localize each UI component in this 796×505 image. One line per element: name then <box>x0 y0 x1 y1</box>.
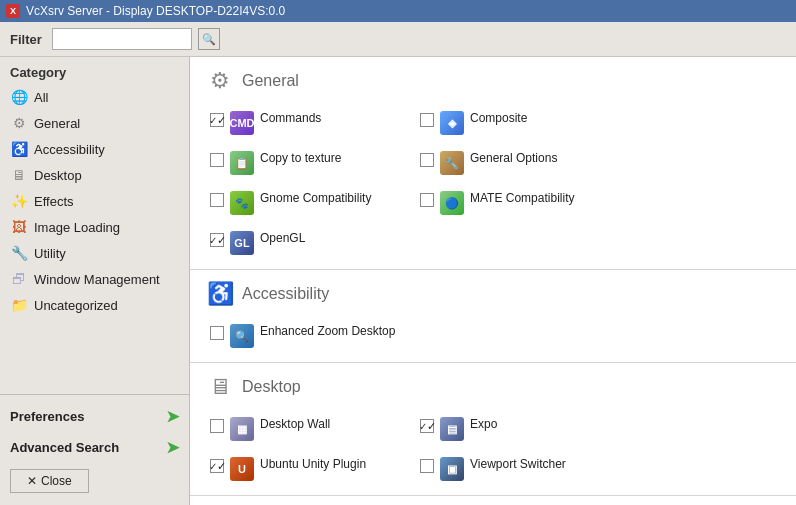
plugin-grid-general: ✓ CMD Commands ◈ Composite 📋 Copy to tex… <box>206 107 780 259</box>
plugin-checkbox-general-options[interactable] <box>420 153 434 167</box>
main-content: ⚙ General ✓ CMD Commands ◈ Composite 📋 C… <box>190 57 796 505</box>
section-header-general: ⚙ General <box>206 67 780 95</box>
plugin-item-copy-to-texture[interactable]: 📋 Copy to texture <box>206 147 416 179</box>
section-header-accessibility: ♿ Accessibility <box>206 280 780 308</box>
sidebar-item-effects[interactable]: ✨ Effects <box>0 188 189 214</box>
close-x-icon: ✕ <box>27 474 37 488</box>
section-accessibility: ♿ Accessibility 🔍 Enhanced Zoom Desktop <box>190 270 796 363</box>
filter-search-button[interactable]: 🔍 <box>198 28 220 50</box>
plugin-item-commands[interactable]: ✓ CMD Commands <box>206 107 416 139</box>
cat-label-accessibility: Accessibility <box>34 142 105 157</box>
cat-label-window-management: Window Management <box>34 272 160 287</box>
preferences-label: Preferences <box>10 409 84 424</box>
plugin-icon-opengl: GL <box>230 231 254 255</box>
title-bar: X VcXsrv Server - Display DESKTOP-D22I4V… <box>0 0 796 22</box>
plugin-item-gnome-compat[interactable]: 🐾 Gnome Compatibility <box>206 187 416 219</box>
plugin-item-enhanced-zoom[interactable]: 🔍 Enhanced Zoom Desktop <box>206 320 416 352</box>
plugin-checkbox-copy-to-texture[interactable] <box>210 153 224 167</box>
section-general: ⚙ General ✓ CMD Commands ◈ Composite 📋 C… <box>190 57 796 270</box>
plugin-icon-expo: ▤ <box>440 417 464 441</box>
plugin-name-copy-to-texture: Copy to texture <box>260 151 341 167</box>
plugin-name-general-options: General Options <box>470 151 557 167</box>
plugin-checkbox-enhanced-zoom[interactable] <box>210 326 224 340</box>
plugin-item-mate-compat[interactable]: 🔵 MATE Compatibility <box>416 187 626 219</box>
plugin-grid-accessibility: 🔍 Enhanced Zoom Desktop <box>206 320 780 352</box>
plugin-icon-general-options: 🔧 <box>440 151 464 175</box>
plugin-checkbox-mate-compat[interactable] <box>420 193 434 207</box>
sidebar-item-image-loading[interactable]: 🖼 Image Loading <box>0 214 189 240</box>
section-header-desktop: 🖥 Desktop <box>206 373 780 401</box>
plugin-grid-desktop: ▦ Desktop Wall ✓ ▤ Expo ✓ U Ubuntu Unity… <box>206 413 780 485</box>
sidebar-item-uncategorized[interactable]: 📁 Uncategorized <box>0 292 189 318</box>
category-list: 🌐 All ⚙ General ♿ Accessibility 🖥 Deskto… <box>0 84 189 394</box>
plugin-checkbox-opengl[interactable]: ✓ <box>210 233 224 247</box>
cat-icon-accessibility: ♿ <box>10 140 28 158</box>
plugin-item-desktop-wall[interactable]: ▦ Desktop Wall <box>206 413 416 445</box>
plugin-name-expo: Expo <box>470 417 497 433</box>
sidebar-item-accessibility[interactable]: ♿ Accessibility <box>0 136 189 162</box>
plugin-item-composite[interactable]: ◈ Composite <box>416 107 626 139</box>
plugin-icon-viewport-switcher: ▣ <box>440 457 464 481</box>
cat-label-effects: Effects <box>34 194 74 209</box>
plugin-icon-copy-to-texture: 📋 <box>230 151 254 175</box>
plugin-checkbox-viewport-switcher[interactable] <box>420 459 434 473</box>
category-label: Category <box>0 57 189 84</box>
plugin-icon-mate-compat: 🔵 <box>440 191 464 215</box>
plugin-checkbox-composite[interactable] <box>420 113 434 127</box>
main-window: Filter 🔍 Category 🌐 All ⚙ General ♿ Acce… <box>0 22 796 505</box>
sidebar-item-utility[interactable]: 🔧 Utility <box>0 240 189 266</box>
section-title-desktop: Desktop <box>242 378 301 396</box>
advanced-search-link[interactable]: Advanced Search ➤ <box>0 432 189 463</box>
plugin-item-general-options[interactable]: 🔧 General Options <box>416 147 626 179</box>
advanced-search-arrow-icon: ➤ <box>166 438 179 457</box>
plugin-name-viewport-switcher: Viewport Switcher <box>470 457 566 473</box>
section-title-accessibility: Accessibility <box>242 285 329 303</box>
plugin-icon-gnome-compat: 🐾 <box>230 191 254 215</box>
sidebar-item-desktop[interactable]: 🖥 Desktop <box>0 162 189 188</box>
plugin-item-ubuntu-unity[interactable]: ✓ U Ubuntu Unity Plugin <box>206 453 416 485</box>
sidebar-item-general[interactable]: ⚙ General <box>0 110 189 136</box>
plugin-checkbox-desktop-wall[interactable] <box>210 419 224 433</box>
cat-icon-desktop: 🖥 <box>10 166 28 184</box>
cat-icon-uncategorized: 📁 <box>10 296 28 314</box>
cat-label-general: General <box>34 116 80 131</box>
filter-bar: Filter 🔍 <box>0 22 796 57</box>
plugin-checkbox-ubuntu-unity[interactable]: ✓ <box>210 459 224 473</box>
sidebar-bottom: Preferences ➤ Advanced Search ➤ ✕ Close <box>0 394 189 505</box>
sidebar-item-window-management[interactable]: 🗗 Window Management <box>0 266 189 292</box>
cat-label-image-loading: Image Loading <box>34 220 120 235</box>
section-icon-general: ⚙ <box>206 67 234 95</box>
section-title-general: General <box>242 72 299 90</box>
plugin-name-ubuntu-unity: Ubuntu Unity Plugin <box>260 457 366 473</box>
sidebar-item-all[interactable]: 🌐 All <box>0 84 189 110</box>
app-icon: X <box>6 4 20 18</box>
sidebar: Category 🌐 All ⚙ General ♿ Accessibility… <box>0 57 190 505</box>
cat-icon-utility: 🔧 <box>10 244 28 262</box>
plugin-item-viewport-switcher[interactable]: ▣ Viewport Switcher <box>416 453 626 485</box>
cat-icon-effects: ✨ <box>10 192 28 210</box>
window-title: VcXsrv Server - Display DESKTOP-D22I4VS:… <box>26 4 285 18</box>
plugin-name-enhanced-zoom: Enhanced Zoom Desktop <box>260 324 395 340</box>
cat-icon-window-management: 🗗 <box>10 270 28 288</box>
plugin-checkbox-expo[interactable]: ✓ <box>420 419 434 433</box>
section-desktop: 🖥 Desktop ▦ Desktop Wall ✓ ▤ Expo ✓ U Ub… <box>190 363 796 496</box>
close-label: Close <box>41 474 72 488</box>
content-area: Category 🌐 All ⚙ General ♿ Accessibility… <box>0 57 796 505</box>
plugin-checkbox-commands[interactable]: ✓ <box>210 113 224 127</box>
plugin-name-opengl: OpenGL <box>260 231 305 247</box>
plugin-item-opengl[interactable]: ✓ GL OpenGL <box>206 227 416 259</box>
plugin-icon-composite: ◈ <box>440 111 464 135</box>
plugin-checkbox-gnome-compat[interactable] <box>210 193 224 207</box>
plugin-item-expo[interactable]: ✓ ▤ Expo <box>416 413 626 445</box>
cat-label-all: All <box>34 90 48 105</box>
section-icon-accessibility: ♿ <box>206 280 234 308</box>
filter-label: Filter <box>10 32 42 47</box>
advanced-search-label: Advanced Search <box>10 440 119 455</box>
plugin-icon-ubuntu-unity: U <box>230 457 254 481</box>
plugin-name-desktop-wall: Desktop Wall <box>260 417 330 433</box>
cat-icon-general: ⚙ <box>10 114 28 132</box>
cat-label-uncategorized: Uncategorized <box>34 298 118 313</box>
close-button[interactable]: ✕ Close <box>10 469 89 493</box>
preferences-link[interactable]: Preferences ➤ <box>0 401 189 432</box>
filter-input[interactable] <box>52 28 192 50</box>
